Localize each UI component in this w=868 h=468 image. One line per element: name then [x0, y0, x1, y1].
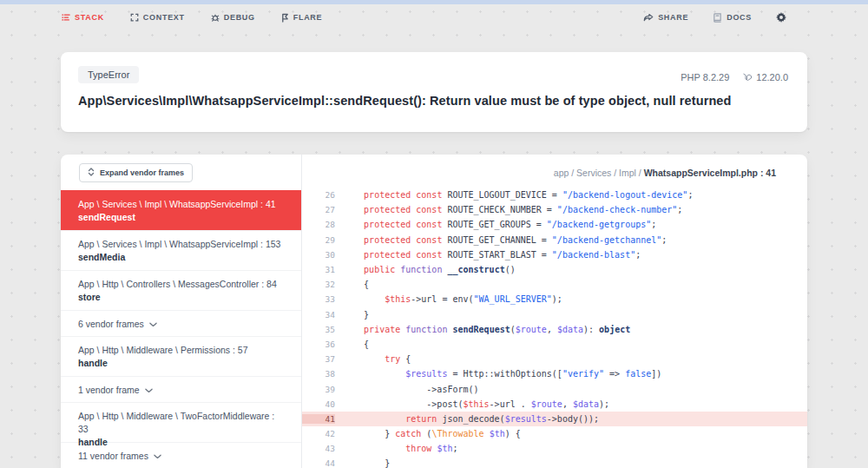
- stack-list-icon: [62, 13, 70, 22]
- code-line: 29 protected const ROUTE_GET_CHANNEL = "…: [302, 233, 807, 247]
- frame-method: sendRequest: [78, 211, 284, 224]
- php-version: PHP 8.2.29: [681, 72, 729, 82]
- tab-stack[interactable]: STACK: [62, 13, 104, 22]
- line-number: 38: [302, 369, 335, 379]
- tab-label: DEBUG: [224, 13, 255, 22]
- line-number: 34: [302, 310, 335, 320]
- exception-class-badge: TypeError: [78, 66, 139, 83]
- error-summary-card: TypeError App\Services\Impl\WhatsappServ…: [61, 52, 807, 132]
- tab-debug[interactable]: DEBUG: [211, 13, 255, 22]
- line-source: protected const ROUTE_GET_CHANNEL = "/ba…: [335, 235, 667, 245]
- line-source: }: [335, 458, 390, 468]
- book-icon: [713, 13, 722, 23]
- line-number: 40: [302, 399, 335, 409]
- tab-context[interactable]: CONTEXT: [130, 13, 185, 22]
- frame-path: App \ Services \ Impl \ WhatsappServiceI…: [78, 238, 284, 251]
- share-button[interactable]: SHARE: [643, 13, 688, 22]
- line-source: return json_decode($results->body());: [335, 414, 599, 424]
- docs-button[interactable]: DOCS: [713, 13, 752, 23]
- code-line: 38 $results = Http::withOptions(["verify…: [302, 366, 807, 381]
- line-source: protected const ROUTE_START_BLAST = "/ba…: [335, 250, 641, 260]
- chevron-down-icon: [154, 451, 161, 461]
- line-number: 28: [302, 220, 335, 229]
- expand-vendor-frames-button[interactable]: Expand vendor frames: [79, 163, 193, 182]
- code-line: 32 {: [302, 277, 807, 292]
- line-number: 29: [302, 235, 335, 245]
- tab-label: FLARE: [293, 13, 323, 22]
- code-line: 34 }: [302, 307, 807, 322]
- nav-actions: SHAREDOCS: [643, 12, 786, 23]
- line-number: 37: [302, 354, 335, 364]
- line-source: $results = Http::withOptions(["verify" =…: [335, 369, 661, 379]
- frame-method: sendMedia: [78, 251, 284, 264]
- stack-frame[interactable]: App \ Http \ Controllers \ MessagesContr…: [61, 270, 301, 310]
- line-source: throw $th;: [335, 444, 457, 453]
- code-line: 43 throw $th;: [302, 441, 807, 456]
- frames-panel: Expand vendor frames App \ Services \ Im…: [61, 155, 302, 468]
- code-line: 33 $this->url = env("WA_URL_SERVER");: [302, 292, 807, 307]
- tab-flare[interactable]: FLARE: [281, 13, 323, 23]
- line-number: 41: [302, 414, 335, 424]
- stack-trace-card: Expand vendor frames App \ Services \ Im…: [61, 155, 807, 468]
- vendor-frames-toggle[interactable]: 1 vendor frame: [61, 376, 301, 402]
- share-arrow-icon: [643, 13, 654, 22]
- stack-frame[interactable]: App \ Services \ Impl \ WhatsappServiceI…: [61, 230, 301, 270]
- frame-path: App \ Http \ Middleware \ Permissions : …: [78, 344, 284, 357]
- settings-gear-icon[interactable]: [776, 12, 786, 23]
- vendor-frames-label: 11 vendor frames: [78, 451, 148, 461]
- line-source: ->asForm(): [335, 385, 479, 394]
- expand-row: Expand vendor frames: [61, 155, 301, 190]
- code-line: 36 {: [302, 337, 807, 352]
- file-breadcrumb: app / Services / Impl / WhatsappServiceI…: [302, 155, 807, 178]
- line-source: } catch (\Throwable $th) {: [335, 429, 521, 438]
- code-line-highlighted: 41 return json_decode($results->body());: [302, 412, 807, 426]
- code-line: 30 protected const ROUTE_START_BLAST = "…: [302, 247, 807, 262]
- frame-method: handle: [78, 357, 284, 370]
- line-number: 36: [302, 339, 335, 349]
- line-number: 27: [302, 205, 335, 214]
- version-info: PHP 8.2.29 12.20.0: [681, 72, 788, 82]
- line-source: public function __construct(): [335, 265, 516, 274]
- code-line: 37 try {: [302, 352, 807, 366]
- framework-version: 12.20.0: [742, 72, 788, 82]
- stack-frame[interactable]: App \ Http \ Middleware \ Permissions : …: [61, 336, 301, 376]
- unfold-icon: [88, 168, 95, 178]
- line-number: 31: [302, 265, 335, 274]
- line-source: }: [335, 310, 369, 320]
- code-line: 27 protected const ROUTE_CHECK_NUMBER = …: [302, 202, 807, 217]
- top-navigation: STACKCONTEXTDEBUGFLARE SHAREDOCS: [0, 4, 868, 30]
- nav-tabs: STACKCONTEXTDEBUGFLARE: [62, 13, 643, 23]
- code-snippet: 26 protected const ROUTE_LOGOUT_DEVICE =…: [302, 188, 807, 468]
- flare-flag-icon: [281, 13, 289, 23]
- code-line: 26 protected const ROUTE_LOGOUT_DEVICE =…: [302, 188, 807, 202]
- line-number: 39: [302, 385, 335, 394]
- frame-path: App \ Http \ Controllers \ MessagesContr…: [78, 278, 284, 291]
- chevron-down-icon: [149, 319, 157, 329]
- vendor-frames-toggle[interactable]: 6 vendor frames: [61, 310, 301, 336]
- line-source: protected const ROUTE_GET_GROUPS = "/bac…: [335, 220, 656, 229]
- line-number: 43: [302, 444, 335, 453]
- frames-list: App \ Services \ Impl \ WhatsappServiceI…: [61, 190, 301, 468]
- line-number: 44: [302, 458, 335, 468]
- stack-frame-active[interactable]: App \ Services \ Impl \ WhatsappServiceI…: [61, 190, 301, 230]
- line-number: 30: [302, 250, 335, 260]
- line-source: {: [335, 339, 369, 349]
- line-source: {: [335, 280, 369, 289]
- line-number: 33: [302, 294, 335, 304]
- frame-path: App \ Http \ Middleware \ TwoFactorMiddl…: [78, 410, 284, 436]
- vendor-frames-label: 1 vendor frame: [78, 385, 140, 395]
- error-message: App\Services\Impl\WhatsappServiceImpl::s…: [78, 94, 790, 108]
- vendor-frames-label: 6 vendor frames: [78, 319, 144, 329]
- bug-icon: [211, 13, 220, 22]
- line-number: 42: [302, 429, 335, 438]
- line-number: 35: [302, 325, 335, 334]
- line-source: try {: [335, 354, 411, 364]
- code-line: 42 } catch (\Throwable $th) {: [302, 426, 807, 441]
- stack-frame[interactable]: App \ Http \ Middleware \ TwoFactorMiddl…: [61, 402, 301, 442]
- laravel-icon: [742, 72, 753, 82]
- code-line: 28 protected const ROUTE_GET_GROUPS = "/…: [302, 217, 807, 232]
- line-source: protected const ROUTE_LOGOUT_DEVICE = "/…: [335, 190, 693, 200]
- code-line: 35 private function sendRequest($route, …: [302, 322, 807, 337]
- line-source: $this->url = env("WA_URL_SERVER");: [335, 294, 562, 304]
- action-label: SHARE: [658, 13, 688, 22]
